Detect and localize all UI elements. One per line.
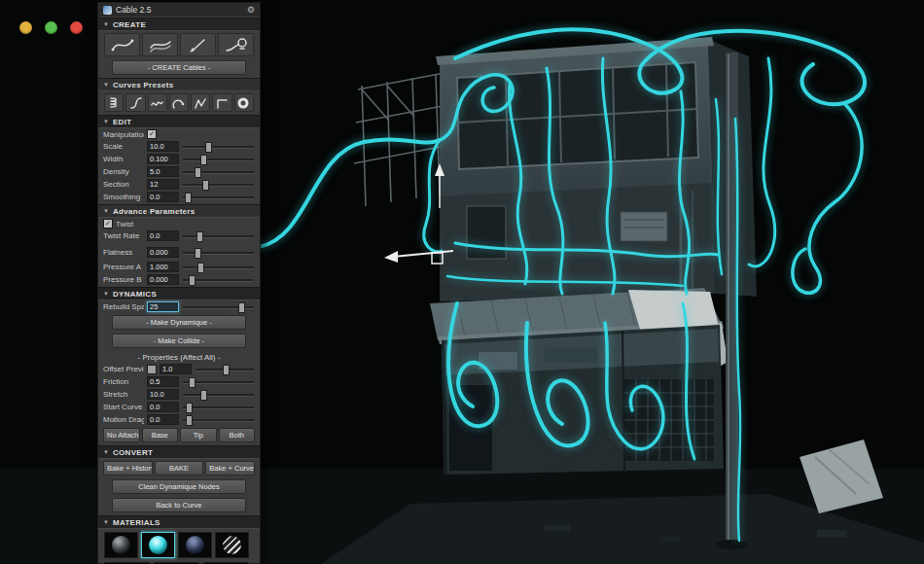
slider-handle[interactable] (195, 167, 201, 178)
stretch-value[interactable]: 10.0 (147, 389, 179, 400)
slider-handle[interactable] (185, 193, 192, 203)
section-slider[interactable] (182, 180, 255, 190)
collapse-icon: ▼ (103, 82, 109, 88)
motion-drag-slider[interactable] (182, 415, 255, 425)
friction-slider[interactable] (182, 377, 255, 387)
offset-preview-slider[interactable] (195, 365, 255, 374)
scale-value[interactable]: 10.0 (147, 141, 179, 152)
section-header-curves-presets[interactable]: ▼ Curves Presets (98, 78, 260, 91)
flatness-value[interactable]: 0.000 (147, 247, 179, 258)
collapse-icon: ▼ (103, 519, 109, 525)
section-header-edit[interactable]: ▼ EDIT (98, 115, 260, 128)
multi-cable-icon[interactable] (142, 33, 178, 56)
create-tools-row (98, 31, 260, 58)
curves-presets-row (98, 91, 260, 114)
pressure-a-slider[interactable] (182, 263, 255, 272)
bake-history-button[interactable]: Bake + History (103, 461, 153, 476)
window-close-button[interactable] (70, 21, 83, 34)
collapse-icon: ▼ (103, 291, 109, 297)
slider-handle[interactable] (189, 275, 195, 286)
gear-icon[interactable]: ⚙ (247, 5, 255, 15)
window-controls (19, 21, 83, 34)
coil-preset-icon[interactable] (234, 93, 254, 112)
bake-button[interactable]: BAKE (155, 461, 204, 476)
smoothing-value[interactable]: 0.0 (147, 192, 179, 202)
motion-drag-value[interactable]: 0.0 (147, 414, 179, 425)
slider-handle[interactable] (196, 231, 203, 242)
slider-handle[interactable] (197, 263, 204, 273)
offset-preview-checkbox[interactable] (147, 365, 157, 374)
rebuild-span-value[interactable]: 25 (147, 301, 179, 312)
pressure-a-value[interactable]: 1.000 (147, 262, 179, 272)
width-value[interactable]: 0.100 (147, 154, 179, 164)
section-header-create[interactable]: ▼ CREATE (98, 18, 260, 31)
make-collide-button[interactable]: - Make Collide - (112, 334, 246, 348)
density-value[interactable]: 5.0 (147, 166, 179, 177)
cable-dark-material[interactable] (104, 532, 138, 558)
slider-handle[interactable] (189, 377, 195, 388)
hook-preset-icon[interactable] (169, 93, 189, 112)
wave-preset-icon[interactable] (148, 93, 167, 112)
section-header-dynamics[interactable]: ▼ DYNAMICS (98, 287, 260, 300)
twist-row: ✓ Twist (98, 218, 260, 229)
attach-both-button[interactable]: Both (219, 428, 256, 442)
flatness-slider[interactable] (182, 248, 255, 258)
back-to-curve-button[interactable]: Back to Curve (112, 498, 246, 512)
rebuild-span-slider[interactable] (182, 302, 255, 312)
material-swatches-row (98, 529, 260, 559)
slider-handle[interactable] (238, 302, 245, 313)
slider-handle[interactable] (202, 180, 209, 191)
stretch-slider[interactable] (182, 390, 255, 400)
twist-rate-slider[interactable] (182, 231, 255, 241)
section-header-convert[interactable]: ▼ CONVERT (98, 445, 260, 459)
scale-slider[interactable] (182, 142, 255, 152)
density-slider[interactable] (182, 167, 255, 177)
slider-handle[interactable] (200, 155, 207, 165)
cable-hatched-material[interactable] (215, 532, 249, 558)
twist-checkbox[interactable]: ✓ (103, 219, 113, 229)
spring-preset-icon[interactable] (104, 93, 124, 112)
cable-navy-material[interactable] (178, 532, 212, 558)
slider-handle[interactable] (200, 390, 207, 401)
s-curve-preset-icon[interactable] (125, 93, 145, 112)
section-header-materials[interactable]: ▼ MATERIALS (98, 515, 260, 529)
cable-cyan-material[interactable] (141, 532, 175, 558)
pressure-b-value[interactable]: 0.000 (147, 274, 179, 285)
start-curve-slider[interactable] (182, 403, 255, 412)
slider-handle[interactable] (186, 415, 193, 426)
zigzag-preset-icon[interactable] (191, 93, 210, 112)
stretch-slider-row: Stretch 10.0 (98, 388, 260, 401)
make-dynamique-button[interactable]: - Make Dynamique - (112, 315, 246, 330)
slider-handle[interactable] (186, 403, 193, 413)
window-zoom-button[interactable] (45, 21, 57, 34)
attach-tip-button[interactable]: Tip (180, 428, 217, 442)
panel-titlebar[interactable]: Cable 2.5 ⚙ (98, 3, 260, 17)
manipulation-checkbox[interactable]: ✓ (147, 129, 157, 139)
draw-cable-icon[interactable] (104, 33, 140, 56)
collapse-icon: ▼ (103, 449, 109, 455)
bake-curve-button[interactable]: Bake + Curve (205, 461, 255, 476)
attach-base-button[interactable]: Base (142, 428, 179, 442)
friction-value[interactable]: 0.5 (147, 376, 179, 387)
corner-preset-icon[interactable] (212, 93, 231, 112)
twist-rate-value[interactable]: 0.0 (147, 230, 179, 241)
section-value[interactable]: 12 (147, 179, 179, 190)
slider-handle[interactable] (195, 248, 201, 259)
no-attach-button[interactable]: No Attach (103, 428, 140, 442)
start-curve-value[interactable]: 0.0 (147, 402, 179, 412)
section-header-advance-parameters[interactable]: ▼ Advance Parameters (98, 204, 260, 218)
slider-groove (183, 146, 254, 149)
slider-handle[interactable] (205, 142, 212, 153)
pen-tool-icon[interactable] (180, 33, 216, 56)
clean-dynamique-nodes-button[interactable]: Clean Dynamique Nodes (112, 479, 246, 494)
offset-preview-value[interactable]: 1.0 (160, 364, 192, 374)
slider-groove (183, 252, 254, 255)
window-minimize-button[interactable] (19, 21, 32, 34)
bulb-cable-icon[interactable] (218, 33, 254, 56)
slider-groove (183, 184, 254, 187)
width-slider[interactable] (182, 155, 255, 164)
smoothing-slider[interactable] (182, 193, 255, 202)
create-cables-button[interactable]: - CREATE Cables - (112, 60, 246, 75)
pressure-b-slider[interactable] (182, 275, 255, 285)
slider-handle[interactable] (223, 365, 230, 375)
